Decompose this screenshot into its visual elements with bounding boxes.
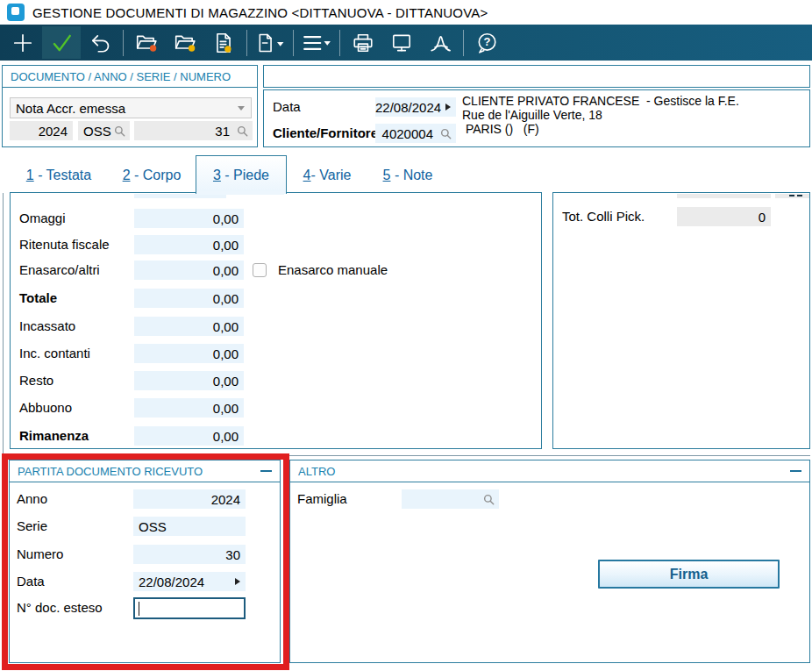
row-label: Incassato xyxy=(19,317,75,336)
document-lines-icon xyxy=(212,32,235,54)
partita-panel: PARTITA DOCUMENTO RICEVUTO Anno 2024 Ser… xyxy=(9,460,281,663)
abbuono-field[interactable]: 0,00 xyxy=(134,398,244,418)
ndoc-esteso-input[interactable] xyxy=(133,597,246,619)
export-pdf-button[interactable] xyxy=(421,26,459,59)
undo-button[interactable] xyxy=(81,26,119,59)
altro-header: ALTRO xyxy=(290,460,809,482)
open-document-button[interactable] xyxy=(127,26,166,59)
plus-icon xyxy=(11,32,34,54)
clipped-digits xyxy=(789,195,794,196)
help-button[interactable]: ? xyxy=(467,26,506,59)
document-list-button[interactable] xyxy=(204,26,243,59)
toolbar-divider xyxy=(463,30,464,56)
enasarco-manuale-checkbox[interactable] xyxy=(253,263,267,277)
search-icon[interactable] xyxy=(237,125,248,137)
row-label: Ritenuta fiscale xyxy=(19,235,110,254)
famiglia-field[interactable] xyxy=(402,489,499,509)
doc-selector-header: DOCUMENTO / ANNO / SERIE / NUMERO xyxy=(3,66,257,88)
check-icon xyxy=(50,32,73,54)
undo-icon xyxy=(89,32,111,54)
totals-panel: Omaggi 0,00 Ritenuta fiscale 0,00 Enasar… xyxy=(10,192,542,449)
cliente-value: 4020004 xyxy=(375,126,438,141)
enasarco-field[interactable]: 0,00 xyxy=(134,261,244,280)
toolbar-divider xyxy=(339,30,340,56)
calendar-arrow-icon[interactable] xyxy=(235,578,240,585)
altro-title: ALTRO xyxy=(298,465,335,478)
collapse-icon[interactable] xyxy=(790,470,801,472)
partita-numero-field[interactable]: 30 xyxy=(133,545,246,564)
print-preview-button[interactable] xyxy=(382,26,421,59)
rimanenza-field[interactable]: 0,00 xyxy=(134,426,244,446)
new-button[interactable] xyxy=(4,26,42,59)
resto-field[interactable]: 0,00 xyxy=(134,371,244,390)
enasarco-manuale-label: Enasarco manuale xyxy=(278,261,388,280)
doc-serie-value: OSS xyxy=(78,124,112,139)
row-label: Inc. contanti xyxy=(19,344,90,363)
confirm-button[interactable] xyxy=(42,26,81,59)
incassato-field[interactable]: 0,00 xyxy=(134,317,244,336)
collapse-icon[interactable] xyxy=(260,470,272,472)
tab-note[interactable]: 5 - Note xyxy=(377,165,438,186)
toolbar-divider xyxy=(246,30,247,56)
totale-field[interactable]: 0,00 xyxy=(134,289,244,308)
partita-anno-field[interactable]: 2024 xyxy=(133,489,246,509)
partita-serie-field[interactable]: OSS xyxy=(133,517,246,536)
search-icon[interactable] xyxy=(440,128,452,139)
printer-icon xyxy=(352,32,374,54)
partita-data-field[interactable]: 22/08/2024 xyxy=(133,572,246,591)
altro-panel: ALTRO Famiglia Firma xyxy=(289,460,810,663)
menu-options-button[interactable] xyxy=(297,26,336,59)
toolbar: ? xyxy=(0,25,812,61)
help-icon: ? xyxy=(475,32,498,54)
toolbar-divider xyxy=(123,30,124,56)
ritenuta-field[interactable]: 0,00 xyxy=(134,235,244,254)
tab-page-frame-left xyxy=(3,193,4,455)
document-options-button[interactable] xyxy=(251,26,289,59)
doc-numero-field[interactable]: 31 xyxy=(134,121,253,140)
row-label: Enasarco/altri xyxy=(19,261,100,280)
tot-colli-label: Tot. Colli Pick. xyxy=(562,207,645,226)
ndoc-esteso-label: N° doc. esteso xyxy=(17,598,103,617)
search-icon[interactable] xyxy=(483,494,495,505)
doc-selector-box: DOCUMENTO / ANNO / SERIE / NUMERO Nota A… xyxy=(2,65,258,147)
document-dropdown-icon xyxy=(255,32,285,54)
folder-open-orange-icon xyxy=(135,32,158,54)
partita-title: PARTITA DOCUMENTO RICEVUTO xyxy=(18,465,203,478)
monitor-icon xyxy=(390,32,413,54)
data-value: 22/08/2024 xyxy=(375,100,444,115)
tab-page-frame-bottom xyxy=(3,455,810,456)
clipped-digits xyxy=(797,195,802,196)
omaggi-field[interactable]: 0,00 xyxy=(134,209,244,228)
partita-anno-label: Anno xyxy=(17,489,47,509)
calendar-arrow-icon[interactable] xyxy=(445,104,451,111)
search-icon[interactable] xyxy=(114,125,125,137)
row-label: Resto xyxy=(19,371,53,390)
title-bar: GESTIONE DOCUMENTI DI MAGAZZINO <DITTANU… xyxy=(0,0,812,25)
colli-panel: Tot. Colli Pick. 0 xyxy=(552,192,810,449)
row-label: Abbuono xyxy=(19,398,72,418)
cliente-field[interactable]: 4020004 xyxy=(375,124,456,143)
tab-piede[interactable]: 3 - Piede xyxy=(196,155,287,194)
header-fields-box: Data 22/08/2024 Cliente/Fornitore 402000… xyxy=(263,89,810,147)
partita-numero-label: Numero xyxy=(17,545,63,564)
tab-testata[interactable]: 1 - Testata xyxy=(19,165,98,186)
tab-varie[interactable]: 4- Varie xyxy=(298,165,356,186)
data-field[interactable]: 22/08/2024 xyxy=(375,97,456,117)
row-label: Omaggi xyxy=(19,209,66,228)
toolbar-divider xyxy=(293,30,294,56)
inc-contanti-field[interactable]: 0,00 xyxy=(134,344,244,363)
tab-corpo[interactable]: 2 - Corpo xyxy=(116,165,188,186)
folder-open-yellow-icon xyxy=(174,32,196,54)
print-button[interactable] xyxy=(344,26,382,59)
data-label: Data xyxy=(273,97,301,117)
doc-type-dropdown[interactable]: Nota Accr. emessa xyxy=(10,97,252,118)
cliente-info-line2: Rue de l'Aiguille Verte, 18 xyxy=(462,109,602,123)
firma-button[interactable]: Firma xyxy=(598,560,780,589)
doc-anno-field[interactable]: 2024 xyxy=(10,121,73,140)
tot-colli-field[interactable]: 0 xyxy=(677,207,771,226)
doc-serie-field[interactable]: OSS xyxy=(78,121,130,140)
text-cursor xyxy=(139,602,139,616)
pdf-icon xyxy=(429,32,452,54)
open-archive-button[interactable] xyxy=(166,26,204,59)
doc-type-value: Nota Accr. emessa xyxy=(11,101,238,116)
